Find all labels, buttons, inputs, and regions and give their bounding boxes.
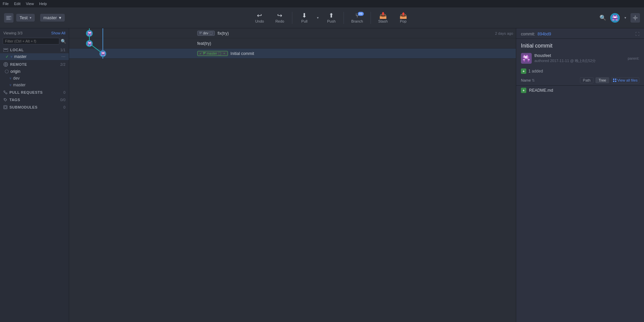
svg-point-25 xyxy=(4,91,5,92)
menu-edit[interactable]: Edit xyxy=(14,2,21,6)
svg-point-26 xyxy=(6,93,7,94)
pull-arrow-button[interactable]: ▾ xyxy=(315,14,321,21)
rp-file-added-icon: + xyxy=(521,88,526,93)
rp-author-avatar xyxy=(521,53,532,64)
rp-author-row: thousfeet authored 2017-11-11 @ 晚上8点52分 … xyxy=(516,51,644,66)
redo-button[interactable]: ↪ Redo xyxy=(270,11,289,25)
filter-search-icon[interactable]: 🔍 xyxy=(61,39,66,44)
svg-rect-63 xyxy=(524,60,525,62)
pull-icon: ⬇ xyxy=(302,12,307,19)
tags-count: 0/0 xyxy=(60,98,65,102)
svg-rect-6 xyxy=(614,15,616,17)
svg-rect-11 xyxy=(616,17,618,18)
more-options-icon[interactable]: ⋯ xyxy=(61,54,65,59)
avatar-button[interactable] xyxy=(610,13,620,23)
local-count: 1/1 xyxy=(60,48,65,52)
viewing-label: Viewing 3/3 xyxy=(3,31,23,35)
pull-requests-section[interactable]: PULL REQUESTS 0 xyxy=(0,88,69,96)
svg-rect-50 xyxy=(525,55,526,56)
svg-rect-3 xyxy=(6,19,10,20)
svg-rect-62 xyxy=(528,59,530,60)
dev-ref-badge: dev xyxy=(197,31,215,36)
repo-selector[interactable]: Test ▾ xyxy=(16,14,35,22)
master-ref-badge: ✓ master xyxy=(197,51,228,56)
svg-rect-59 xyxy=(525,58,528,59)
pull-button[interactable]: ⬇ Pull xyxy=(295,11,314,25)
local-section-title: LOCAL xyxy=(3,48,24,52)
avatar-dropdown[interactable]: ▾ xyxy=(622,14,628,21)
svg-rect-61 xyxy=(523,59,525,60)
svg-rect-20 xyxy=(3,48,8,52)
commit-msg-1: fix(try) xyxy=(217,31,492,36)
svg-rect-12 xyxy=(613,18,617,19)
svg-rect-64 xyxy=(528,60,529,62)
show-all-button[interactable]: Show All xyxy=(51,31,65,35)
rp-expand-icon[interactable]: ⛶ xyxy=(635,32,639,36)
commit-row-3[interactable]: ✓ master Initial commit xyxy=(69,49,516,59)
settings-button[interactable] xyxy=(631,13,640,23)
rp-added-row: + 1 added xyxy=(516,66,644,75)
svg-rect-55 xyxy=(526,56,527,58)
origin-master-branch[interactable]: ⑂ master xyxy=(0,82,69,88)
commit-graph-3 xyxy=(69,49,140,58)
svg-point-37 xyxy=(205,52,206,53)
rp-commit-label: commit: 894bd9 xyxy=(521,32,551,36)
rp-name-col: Name ⇅ xyxy=(521,78,578,83)
submodules-section[interactable]: SUBMODULES 0 xyxy=(0,103,69,111)
rp-added-icon: + xyxy=(521,68,526,74)
branch-button[interactable]: ⑂ Branch 89 xyxy=(347,11,368,25)
path-view-button[interactable]: Path xyxy=(580,77,594,83)
local-section-header[interactable]: LOCAL 1/1 xyxy=(0,46,69,53)
tree-view-button[interactable]: Tree xyxy=(595,77,609,83)
svg-rect-60 xyxy=(528,58,529,59)
svg-rect-21 xyxy=(4,49,7,50)
branch-icon-master: ⑂ xyxy=(10,55,12,59)
pull-requests-count: 0 xyxy=(63,90,65,94)
tags-section[interactable]: TAGS 0/0 xyxy=(0,96,69,103)
rp-file-row-readme[interactable]: + README.md xyxy=(516,86,644,95)
stash-button[interactable]: 📥 Stash xyxy=(374,11,392,25)
branch-name-label: master xyxy=(43,15,57,20)
toolbar: Test ▾ master ▾ ↩ Undo ↪ Redo ⬇ Pull ▾ ⬆… xyxy=(0,7,644,28)
remote-section-header[interactable]: REMOTE 2/2 xyxy=(0,60,69,68)
search-button[interactable]: 🔍 xyxy=(598,13,608,23)
svg-rect-53 xyxy=(523,56,524,58)
sub-branch-icon-dev: ⑂ xyxy=(9,77,11,80)
repo-dropdown-icon: ▾ xyxy=(30,16,31,20)
menubar: File Edit View Help xyxy=(0,0,644,7)
pop-icon: 📤 xyxy=(400,12,407,19)
sidebar-header: Viewing 3/3 Show All xyxy=(0,28,69,36)
undo-button[interactable]: ↩ Undo xyxy=(250,11,269,25)
remote-section-title: REMOTE xyxy=(3,62,27,67)
svg-rect-18 xyxy=(637,18,638,18)
commit-row-1[interactable]: dev fix(try) 2 days ago xyxy=(69,28,516,38)
pop-button[interactable]: 📤 Pop xyxy=(394,11,413,25)
filter-row: 🔍 xyxy=(0,36,69,46)
dev-sub-label: dev xyxy=(13,76,20,81)
local-master-branch[interactable]: ✓ ⑂ master ⋯ xyxy=(0,53,69,60)
svg-point-28 xyxy=(4,99,5,99)
sort-icon[interactable]: ⇅ xyxy=(532,78,535,83)
menu-help[interactable]: Help xyxy=(39,2,47,6)
origin-dev-branch[interactable]: ⑂ dev xyxy=(0,75,69,82)
toolbar-divider-1 xyxy=(292,12,292,24)
branch-selector[interactable]: master ▾ xyxy=(40,14,65,22)
svg-rect-58 xyxy=(524,58,525,59)
svg-rect-2 xyxy=(6,18,10,18)
svg-rect-16 xyxy=(635,19,636,20)
graph-area: dev fix(try) 2 days ago feat(try) ✓ mast… xyxy=(69,28,516,322)
view-all-files-button[interactable]: View all files xyxy=(611,77,639,83)
filter-input[interactable] xyxy=(3,38,59,45)
svg-point-36 xyxy=(203,52,204,53)
rp-commit-title: Initial commit xyxy=(516,39,644,51)
commit-row-2[interactable]: feat(try) xyxy=(69,38,516,49)
svg-rect-49 xyxy=(524,55,525,56)
origin-remote[interactable]: origin xyxy=(0,68,69,75)
main-content: Viewing 3/3 Show All 🔍 LOCAL 1/1 ✓ ⑂ mas… xyxy=(0,28,644,322)
menu-view[interactable]: View xyxy=(26,2,34,6)
repo-icon xyxy=(4,13,13,23)
push-button[interactable]: ⬆ Push xyxy=(322,11,341,25)
svg-point-24 xyxy=(5,70,8,73)
menu-file[interactable]: File xyxy=(3,2,9,6)
commit-graph-1 xyxy=(69,28,140,38)
